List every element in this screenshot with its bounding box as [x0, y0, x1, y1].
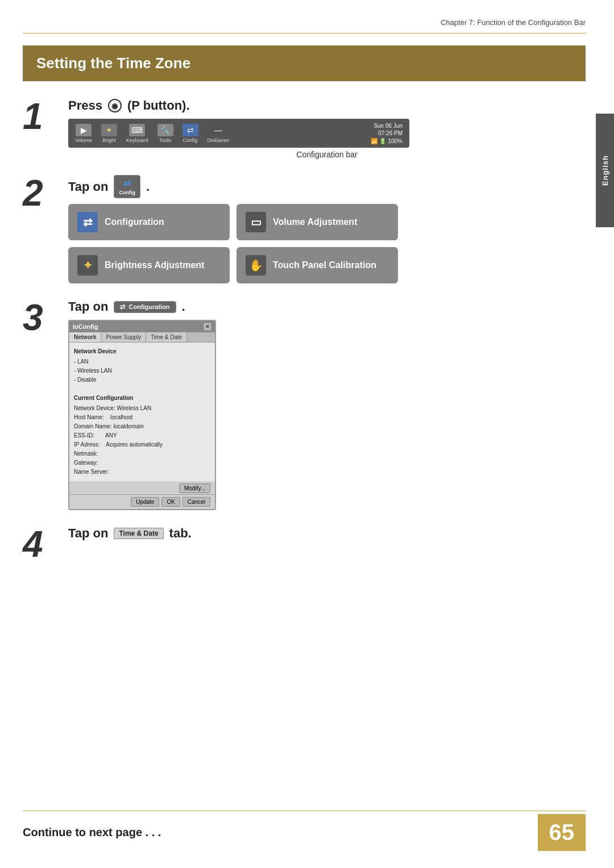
disklavier-item: — Disklavier [208, 124, 230, 143]
percent-label: 100% [388, 138, 403, 144]
config-bar-screenshot: ▶ Volume ✦ Bright ⌨ Keyboard 🔧 Tools ⇄ [68, 119, 409, 148]
tab-power-supply[interactable]: Power Supply [101, 332, 146, 342]
tools-icon: 🔧 [157, 124, 173, 136]
network-option-disable: - Disable [74, 375, 210, 385]
volume-item: ▶ Volume [75, 124, 92, 143]
touch-panel-icon: ✋ [246, 255, 266, 276]
network-device-title: Network Device [74, 347, 210, 356]
step-3-pre: Tap on [68, 299, 108, 314]
volume-icon: ▶ [76, 124, 92, 136]
config-host-name: Host Name: localhost [74, 413, 210, 422]
config-btn-label: Config [119, 190, 135, 195]
step-3-content: Tap on ⇄ Configuration . IoConfig ✕ Netw… [68, 299, 586, 510]
brightness-adjustment-btn[interactable]: ✦ Brightness Adjustment [68, 247, 230, 283]
side-tab-label: English [601, 155, 609, 186]
step-3-post: . [182, 299, 185, 314]
ioconfig-titlebar: IoConfig ✕ [69, 321, 215, 332]
bright-label: Bright [102, 137, 116, 143]
step-2-instruction: Tap on ⇄ Config . [68, 175, 586, 198]
step-1-content: Press ◉ (P button). ▶ Volume ✦ Bright ⌨ … [68, 98, 586, 159]
brightness-icon: ✦ [77, 255, 98, 276]
modify-button[interactable]: Modify... [179, 483, 210, 493]
step-4-pre: Tap on [68, 526, 108, 541]
continue-area: Continue to next page . . . 65 [23, 814, 586, 851]
keyboard-item: ⌨ Keyboard [126, 124, 148, 143]
ioconfig-footer: Update OK Cancel [69, 494, 215, 509]
bright-icon: ✦ [101, 124, 117, 136]
p-button-icon: ◉ [108, 99, 122, 112]
step-2-content: Tap on ⇄ Config . ⇄ Configuration ▭ Volu… [68, 175, 586, 283]
tab-time-date[interactable]: Time & Date [146, 332, 187, 342]
step-2-post: . [146, 180, 150, 194]
touch-panel-label: Touch Panel Calibration [273, 260, 376, 270]
top-divider [23, 33, 586, 34]
config-name-server: Name Server: [74, 468, 210, 477]
config-gateway: Gateway: [74, 458, 210, 468]
step-4-post: tab. [169, 526, 192, 541]
touch-panel-calibration-btn[interactable]: ✋ Touch Panel Calibration [237, 247, 398, 283]
keyboard-label: Keyboard [126, 137, 148, 143]
tools-label: Tools [159, 137, 171, 143]
step-4-instruction: Tap on Time & Date tab. [68, 526, 586, 541]
config-btn-icon: ⇄ [123, 178, 131, 189]
step-3-number: 3 [23, 299, 57, 336]
section-heading: Setting the Time Zone [23, 45, 586, 81]
english-side-tab: English [596, 114, 614, 227]
step-1-number: 1 [23, 98, 57, 135]
chapter-title: Chapter 7: Function of the Configuration… [441, 18, 586, 27]
main-content: Setting the Time Zone 1 Press ◉ (P butto… [23, 40, 586, 823]
step-1-text-pre: Press [68, 98, 102, 113]
volume-adjustment-btn[interactable]: ▭ Volume Adjustment [237, 204, 398, 240]
ioconfig-body: Network Device - LAN - Wireless LAN - Di… [69, 343, 215, 481]
update-button[interactable]: Update [131, 497, 159, 507]
signal-icon: 📶 [371, 138, 377, 144]
step-4-content: Tap on Time & Date tab. [68, 526, 586, 546]
configuration-inline-btn[interactable]: ⇄ Configuration [114, 301, 176, 313]
current-config-title: Current Configuration [74, 394, 210, 403]
config-bar-status: 📶 🔋 100% [371, 138, 403, 144]
step-3-instruction: Tap on ⇄ Configuration . [68, 299, 586, 314]
inline-label: Configuration [128, 303, 169, 310]
step-2: 2 Tap on ⇄ Config . ⇄ Configuration ▭ Vo… [23, 175, 586, 283]
time-date-tab-label: Time & Date [119, 529, 158, 537]
network-option-lan: - LAN [74, 357, 210, 366]
time-date-tab-pill[interactable]: Time & Date [114, 528, 163, 539]
section-title: Setting the Time Zone [36, 55, 572, 72]
keyboard-icon: ⌨ [129, 124, 145, 136]
configuration-btn[interactable]: ⇄ Configuration [68, 204, 230, 240]
step-1-instruction: Press ◉ (P button). [68, 98, 586, 113]
volume-adjustment-icon: ▭ [246, 212, 266, 232]
bright-item: ✦ Bright [101, 124, 117, 143]
battery-icon: 🔋 [379, 138, 386, 144]
network-option-wireless: - Wireless LAN [74, 366, 210, 375]
ioconfig-close-btn[interactable]: ✕ [204, 323, 211, 331]
continue-text: Continue to next page . . . [23, 826, 161, 839]
config-ip-address: IP Adress: Acquires automatically [74, 440, 210, 449]
step-4: 4 Tap on Time & Date tab. [23, 526, 586, 562]
config-bar-caption: Configuration bar [68, 150, 586, 159]
step-3: 3 Tap on ⇄ Configuration . IoConfig ✕ Ne… [23, 299, 586, 510]
step-4-number: 4 [23, 526, 57, 562]
config-icon: ⇄ [182, 124, 198, 136]
config-label: Config [183, 137, 198, 143]
ok-button[interactable]: OK [161, 497, 180, 507]
ioconfig-tabs: Network Power Supply Time & Date [69, 332, 215, 343]
ioconfig-title: IoConfig [73, 323, 98, 330]
config-button[interactable]: ⇄ Config [114, 175, 140, 198]
configuration-icon: ⇄ [77, 212, 98, 232]
tab-network[interactable]: Network [69, 332, 101, 342]
config-domain-name: Domain Name: localdomain [74, 422, 210, 431]
config-ess-id: ESS-ID: ANY [74, 431, 210, 440]
inline-icon: ⇄ [120, 303, 125, 311]
disklavier-icon: — [210, 124, 226, 136]
config-bar-time: Sun 06 Jun07:26 PM [374, 122, 403, 137]
menu-grid: ⇄ Configuration ▭ Volume Adjustment ✦ Br… [68, 204, 398, 283]
disklavier-label: Disklavier [208, 137, 230, 143]
cancel-button[interactable]: Cancel [182, 497, 210, 507]
config-network-device: Network Device: Wireless LAN [74, 404, 210, 413]
brightness-label: Brightness Adjustment [105, 260, 204, 270]
step-2-pre: Tap on [68, 180, 108, 194]
volume-adjustment-label: Volume Adjustment [273, 217, 357, 227]
ioconfig-dialog: IoConfig ✕ Network Power Supply Time & D… [68, 320, 216, 510]
step-1-text-post: (P button). [127, 98, 190, 113]
